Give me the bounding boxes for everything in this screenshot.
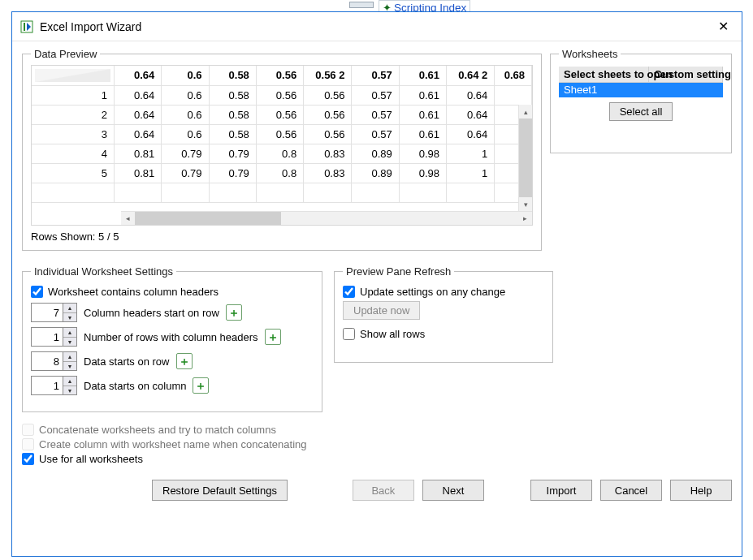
back-button: Back: [353, 480, 414, 501]
scroll-left-icon[interactable]: ◂: [121, 214, 135, 222]
iws-legend: Individual Worksheet Settings: [31, 265, 176, 278]
cell: 0.56: [304, 124, 352, 144]
help-button[interactable]: Help: [670, 480, 732, 501]
select-all-button[interactable]: Select all: [609, 102, 673, 121]
col-header[interactable]: 0.64: [115, 66, 162, 85]
col-header[interactable]: 0.56 2: [304, 66, 352, 85]
titlebar: Excel Import Wizard ✕: [12, 12, 742, 41]
table-row[interactable]: 30.640.60.580.560.560.570.610.64: [32, 124, 532, 144]
spin-up-icon[interactable]: ▲: [63, 328, 76, 337]
close-icon[interactable]: ✕: [713, 19, 734, 34]
cell: 0.56: [304, 85, 352, 105]
col-header[interactable]: 0.68: [495, 66, 532, 85]
col-header[interactable]: 0.61: [399, 66, 446, 85]
row-index: 3: [32, 124, 115, 144]
vertical-scrollbar[interactable]: ▴ ▾: [518, 105, 532, 211]
show-all-rows-checkbox[interactable]: [343, 328, 355, 340]
data-row-input[interactable]: [31, 351, 63, 371]
individual-settings-group: Individual Worksheet Settings Worksheet …: [22, 265, 322, 412]
table-row[interactable]: 50.810.790.790.80.830.890.981: [32, 163, 532, 183]
spin-up-icon[interactable]: ▲: [63, 304, 76, 312]
plus-icon[interactable]: ＋: [265, 329, 281, 345]
header-count-label: Number of rows with column headers: [84, 331, 258, 343]
cell: 0.56: [304, 105, 352, 124]
row-index: 2: [32, 105, 115, 124]
worksheet-row[interactable]: Sheet1: [559, 83, 723, 97]
cell: 0.6: [162, 85, 209, 105]
data-preview-group: Data Preview 0.64: [22, 48, 542, 251]
cell: 1: [446, 163, 494, 183]
worksheets-legend: Worksheets: [559, 48, 621, 60]
cell: 0.64: [446, 85, 494, 105]
data-col-input[interactable]: [31, 376, 63, 395]
rows-shown-label: Rows Shown: 5 / 5: [31, 230, 533, 243]
header-row-spin[interactable]: ▲▼: [31, 303, 77, 322]
cell: 0.64: [115, 124, 162, 144]
cell: 0.81: [115, 144, 162, 163]
table-row: [32, 183, 532, 202]
table-row[interactable]: 20.640.60.580.560.560.570.610.64: [32, 105, 532, 124]
horizontal-scrollbar[interactable]: ◂ ▸: [121, 211, 532, 225]
plus-icon[interactable]: ＋: [226, 304, 242, 321]
ws-col-custom[interactable]: Custom setting: [649, 67, 723, 83]
table-row[interactable]: 10.640.60.580.560.560.570.610.64: [32, 85, 532, 105]
corner-cell: [32, 66, 115, 85]
header-count-input[interactable]: [31, 327, 63, 347]
cell: 0.64: [115, 105, 162, 124]
scroll-down-icon[interactable]: ▾: [519, 197, 532, 211]
col-header[interactable]: 0.56: [256, 66, 303, 85]
header-count-spin[interactable]: ▲▼: [31, 327, 77, 347]
table-row[interactable]: 40.810.790.790.80.830.890.981: [32, 144, 532, 163]
cell: 0.64: [446, 124, 494, 144]
spin-up-icon[interactable]: ▲: [63, 352, 76, 361]
row-index: 4: [32, 144, 115, 163]
preview-refresh-group: Preview Pane Refresh Update settings on …: [334, 265, 553, 363]
data-row-label: Data starts on row: [84, 355, 170, 368]
col-header[interactable]: 0.58: [209, 66, 256, 85]
col-header[interactable]: 0.64 2: [446, 66, 494, 85]
header-row-input[interactable]: [31, 303, 63, 322]
data-row-spin[interactable]: ▲▼: [31, 351, 77, 371]
auto-update-checkbox[interactable]: [343, 286, 355, 298]
spin-up-icon[interactable]: ▲: [63, 377, 76, 386]
cell: 0.56: [256, 124, 303, 144]
cell: 1: [446, 144, 494, 163]
contains-headers-label: Worksheet contains column headers: [48, 286, 219, 298]
contains-headers-checkbox[interactable]: [31, 286, 43, 298]
show-all-rows-label: Show all rows: [360, 328, 425, 340]
auto-update-label: Update settings on any change: [360, 286, 505, 298]
spin-down-icon[interactable]: ▼: [63, 337, 76, 346]
use-all-label: Use for all worksheets: [39, 453, 143, 465]
scroll-right-icon[interactable]: ▸: [518, 214, 532, 222]
scroll-up-icon[interactable]: ▴: [519, 105, 532, 118]
ppr-legend: Preview Pane Refresh: [343, 265, 454, 278]
data-col-spin[interactable]: ▲▼: [31, 376, 77, 395]
update-now-button: Update now: [343, 301, 420, 320]
cell: 0.64: [446, 105, 494, 124]
spin-down-icon[interactable]: ▼: [63, 312, 76, 321]
create-ws-col-checkbox: [22, 438, 34, 450]
col-header[interactable]: 0.6: [162, 66, 209, 85]
cell: 0.98: [399, 144, 446, 163]
ws-col-select[interactable]: Select sheets to open: [559, 67, 649, 83]
spin-down-icon[interactable]: ▼: [63, 386, 76, 394]
cell: 0.56: [256, 105, 303, 124]
use-all-checkbox[interactable]: [22, 453, 34, 465]
spin-down-icon[interactable]: ▼: [63, 361, 76, 370]
cell: 0.61: [399, 105, 446, 124]
cell: 0.61: [399, 124, 446, 144]
plus-icon[interactable]: ＋: [193, 377, 209, 394]
cell: 0.6: [162, 105, 209, 124]
next-button[interactable]: Next: [422, 480, 484, 501]
cell: 0.57: [352, 105, 399, 124]
restore-defaults-button[interactable]: Restore Default Settings: [152, 480, 288, 501]
concat-label: Concatenate worksheets and try to match …: [39, 424, 276, 436]
cell: 0.98: [399, 163, 446, 183]
cell: 0.89: [352, 144, 399, 163]
cell: 0.83: [304, 163, 352, 183]
col-header[interactable]: 0.57: [352, 66, 399, 85]
plus-icon[interactable]: ＋: [176, 353, 193, 369]
import-button[interactable]: Import: [530, 480, 592, 501]
window-title: Excel Import Wizard: [40, 20, 141, 33]
cancel-button[interactable]: Cancel: [600, 480, 662, 501]
